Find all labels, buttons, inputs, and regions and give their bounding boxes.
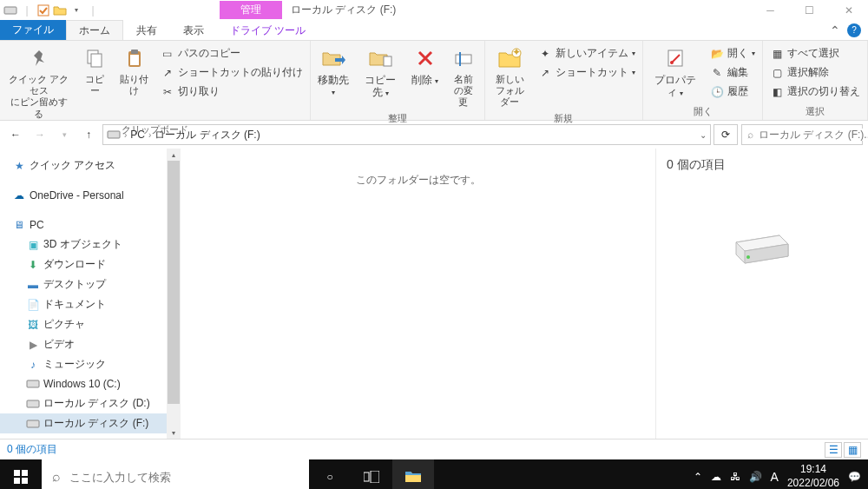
- nav-pc[interactable]: 🖥PC: [0, 215, 181, 235]
- paste-button[interactable]: 貼り付け: [115, 43, 153, 98]
- tab-drive-tools[interactable]: ドライブ ツール: [217, 20, 319, 40]
- view-icons-button[interactable]: ▦: [844, 442, 861, 458]
- close-button[interactable]: ✕: [829, 0, 868, 20]
- nav-drive-d[interactable]: ローカル ディスク (D:): [0, 393, 181, 413]
- folder-icon[interactable]: [53, 3, 67, 17]
- svg-rect-5: [131, 50, 138, 54]
- chevron-right-icon-2[interactable]: ›: [148, 130, 151, 140]
- ribbon: クイック アクセス にピン留めする コピー 貼り付け ▭パスのコピー ↗ショート…: [0, 41, 868, 121]
- refresh-button[interactable]: ⟳: [713, 124, 738, 145]
- qat-separator-2: |: [86, 3, 100, 17]
- navigation-pane[interactable]: ★クイック アクセス ☁OneDrive - Personal 🖥PC ▣3D …: [0, 149, 181, 439]
- breadcrumb-drive[interactable]: ローカル ディスク (F:): [155, 128, 260, 142]
- check-icon[interactable]: [36, 3, 50, 17]
- chevron-down-icon[interactable]: ▾: [69, 3, 83, 17]
- svg-rect-17: [27, 420, 39, 427]
- copy-to-button[interactable]: コピー先 ▾: [357, 43, 404, 101]
- network-tray-icon[interactable]: 🖧: [730, 471, 740, 483]
- nav-3d-objects[interactable]: ▣3D オブジェクト: [0, 235, 181, 254]
- task-view-button[interactable]: [351, 459, 392, 489]
- preview-title: 0 個の項目: [667, 157, 858, 173]
- paste-shortcut-button[interactable]: ↗ショートカットの貼り付け: [157, 63, 306, 82]
- navpane-scrollbar[interactable]: ▴ ▾: [167, 149, 181, 439]
- svg-point-13: [670, 61, 674, 64]
- view-details-button[interactable]: ☰: [825, 442, 842, 458]
- cut-button[interactable]: ✂切り取り: [157, 83, 306, 101]
- paste-icon: [121, 44, 148, 72]
- select-all-button[interactable]: ▦すべて選択: [766, 44, 864, 63]
- breadcrumb-pc[interactable]: PC: [130, 129, 145, 141]
- tab-view[interactable]: 表示: [170, 20, 217, 40]
- addr-dropdown-icon[interactable]: ⌄: [700, 130, 707, 140]
- taskbar-search-input[interactable]: [69, 471, 299, 484]
- drive-f-icon: [26, 417, 40, 431]
- nav-history-dropdown[interactable]: ▾: [54, 124, 75, 145]
- help-button[interactable]: ?: [847, 23, 861, 37]
- scroll-thumb[interactable]: [168, 161, 180, 404]
- svg-rect-20: [22, 470, 28, 476]
- pin-button[interactable]: クイック アクセス にピン留めする: [3, 43, 74, 122]
- nav-back-button[interactable]: ←: [5, 124, 26, 145]
- collapse-ribbon-icon[interactable]: ⌃: [830, 23, 840, 37]
- pin-icon: [25, 44, 53, 72]
- new-folder-button[interactable]: ✦ 新しい フォルダー: [489, 43, 531, 110]
- nav-drive-c[interactable]: Windows 10 (C:): [0, 374, 181, 393]
- content-pane[interactable]: このフォルダーは空です。: [181, 149, 656, 439]
- history-button[interactable]: 🕒履歴: [707, 83, 759, 101]
- tab-home[interactable]: ホーム: [66, 20, 123, 40]
- qat-separator: |: [20, 3, 34, 17]
- nav-documents[interactable]: 📄ドキュメント: [0, 294, 181, 314]
- svg-text:✦: ✦: [512, 48, 521, 58]
- start-button[interactable]: [0, 459, 42, 489]
- nav-drive-f[interactable]: ローカル ディスク (F:): [0, 413, 181, 433]
- nav-onedrive[interactable]: ☁OneDrive - Personal: [0, 186, 181, 205]
- copy-path-button[interactable]: ▭パスのコピー: [157, 44, 306, 63]
- video-icon: ▶: [26, 338, 40, 352]
- open-button[interactable]: 📂開く ▾: [707, 44, 759, 63]
- svg-rect-14: [108, 131, 120, 138]
- maximize-button[interactable]: ☐: [790, 0, 829, 20]
- open-icon: 📂: [710, 47, 724, 61]
- scroll-down-icon[interactable]: ▾: [167, 426, 181, 439]
- cortana-button[interactable]: ○: [309, 459, 351, 489]
- document-icon: 📄: [26, 298, 40, 312]
- new-item-button[interactable]: ✦新しいアイテム ▾: [535, 44, 639, 63]
- move-to-button[interactable]: 移動先 ▾: [314, 43, 353, 100]
- tab-share[interactable]: 共有: [123, 20, 170, 40]
- svg-rect-1: [38, 5, 49, 16]
- volume-tray-icon[interactable]: 🔊: [749, 471, 762, 483]
- minimize-button[interactable]: ─: [751, 0, 790, 20]
- nav-downloads[interactable]: ⬇ダウンロード: [0, 254, 181, 274]
- nav-pictures[interactable]: 🖼ピクチャ: [0, 314, 181, 334]
- tray-overflow-icon[interactable]: ⌃: [694, 471, 702, 483]
- tab-file[interactable]: ファイル: [0, 20, 66, 40]
- svg-rect-19: [14, 470, 20, 476]
- search-input[interactable]: [759, 129, 868, 141]
- rename-button[interactable]: 名前 の変更: [446, 43, 481, 110]
- address-field[interactable]: › PC › ローカル ディスク (F:) ⌄: [102, 124, 711, 145]
- properties-button[interactable]: プロパティ ▾: [647, 43, 703, 101]
- scroll-up-icon[interactable]: ▴: [167, 149, 181, 161]
- ime-indicator[interactable]: A: [771, 470, 779, 484]
- copy-button[interactable]: コピー: [77, 43, 112, 98]
- select-none-button[interactable]: ▢選択解除: [766, 63, 864, 82]
- onedrive-tray-icon[interactable]: ☁: [711, 471, 721, 483]
- nav-music[interactable]: ♪ミュージック: [0, 354, 181, 374]
- notifications-icon[interactable]: 💬: [848, 471, 861, 483]
- edit-button[interactable]: ✎編集: [707, 63, 759, 82]
- explorer-taskbar-button[interactable]: [392, 459, 434, 489]
- nav-quick-access[interactable]: ★クイック アクセス: [0, 155, 181, 175]
- nav-up-button[interactable]: ↑: [78, 124, 99, 145]
- nav-desktop[interactable]: ▬デスクトップ: [0, 274, 181, 294]
- group-label-open: 開く: [647, 103, 759, 120]
- nav-videos[interactable]: ▶ビデオ: [0, 334, 181, 354]
- new-shortcut-button[interactable]: ↗ショートカット ▾: [535, 63, 639, 82]
- taskbar-search[interactable]: ⌕: [42, 459, 309, 489]
- delete-button[interactable]: 削除 ▾: [408, 43, 443, 88]
- edit-icon: ✎: [710, 66, 724, 80]
- invert-selection-button[interactable]: ◧選択の切り替え: [766, 83, 864, 101]
- search-box[interactable]: ⌕: [741, 124, 863, 145]
- nav-forward-button[interactable]: →: [30, 124, 50, 145]
- chevron-right-icon[interactable]: ›: [124, 130, 127, 140]
- clock[interactable]: 19:14 2022/02/06: [787, 463, 839, 489]
